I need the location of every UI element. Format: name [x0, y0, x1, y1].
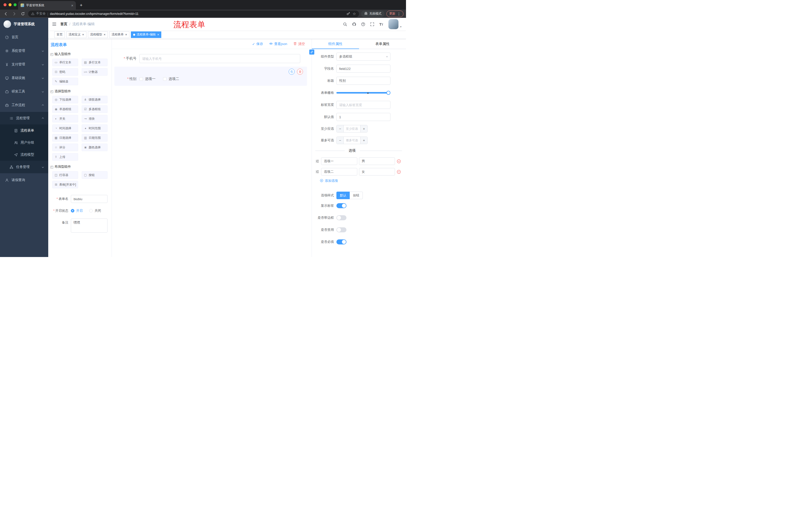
chip-select[interactable]: ◎下拉选择: [52, 96, 78, 103]
sidebar-item-leave-query[interactable]: 请假查询: [0, 173, 48, 187]
delete-field-button[interactable]: [297, 69, 303, 75]
phone-input[interactable]: [140, 54, 300, 63]
remove-option-icon[interactable]: [397, 170, 401, 174]
drag-handle-icon[interactable]: [315, 159, 319, 163]
chip-radio-group[interactable]: ◉单选框组: [52, 105, 78, 113]
breadcrumb-home[interactable]: 首页: [60, 22, 67, 26]
drawing-board[interactable]: *手机号 *性别 选项一 选项二: [112, 49, 312, 257]
border-switch[interactable]: [337, 215, 346, 220]
form-remark-textarea[interactable]: 嘿嘿: [71, 218, 108, 233]
label-width-input[interactable]: [337, 101, 390, 109]
update-button[interactable]: 更新 ⋮: [386, 10, 404, 17]
help-icon[interactable]: [359, 20, 367, 28]
fullscreen-icon[interactable]: [368, 20, 376, 28]
hamburger-icon[interactable]: [48, 18, 60, 30]
sidebar-item-system[interactable]: 系统管理: [0, 44, 48, 58]
address-bar[interactable]: 不安全 | dashboard.yudao.iocoder.cn/bpm/man…: [28, 10, 359, 17]
chip-button[interactable]: ▢按钮: [82, 171, 108, 179]
tab-component-props[interactable]: 组件属性: [312, 39, 359, 49]
chip-multi-line-text[interactable]: ▤多行文本: [82, 59, 108, 66]
drag-handle-icon[interactable]: [315, 170, 319, 174]
component-type-select[interactable]: 多选框组 ▾: [337, 53, 390, 61]
chip-color-picker[interactable]: ◙颜色选择: [82, 143, 108, 151]
grid-slider[interactable]: [337, 89, 390, 97]
chip-counter[interactable]: 123计数器: [82, 68, 108, 76]
status-radio-off[interactable]: 关闭: [89, 209, 101, 213]
sidebar-logo[interactable]: 芋道管理系统: [0, 18, 48, 30]
checkbox-box[interactable]: [140, 77, 143, 81]
chip-table[interactable]: ⊞表格[开发中]: [52, 181, 78, 188]
chip-rate[interactable]: ☆评分: [52, 143, 78, 151]
option-name-input[interactable]: [321, 168, 357, 175]
tag-close-icon[interactable]: ×: [104, 33, 106, 36]
menu-kebab-icon[interactable]: ⋮: [397, 12, 401, 16]
sidebar-item-task-management[interactable]: 任务管理: [0, 161, 48, 173]
tab-close-icon[interactable]: ×: [71, 3, 74, 7]
sidebar-item-home[interactable]: 首页: [0, 30, 48, 44]
sidebar-item-payment[interactable]: 支付管理: [0, 58, 48, 71]
option-name-input[interactable]: [321, 157, 357, 165]
chip-cascader[interactable]: ⋔级联选择: [82, 96, 108, 103]
tag-close-icon[interactable]: ×: [125, 33, 127, 36]
option-value-input[interactable]: [359, 168, 395, 175]
view-json-button[interactable]: 查看json: [269, 42, 287, 46]
required-switch[interactable]: [337, 239, 346, 244]
checkbox-box[interactable]: [163, 77, 167, 81]
slider-thumb[interactable]: [386, 91, 390, 95]
tag-process-form-edit[interactable]: 流程表单-编辑 ×: [131, 31, 162, 38]
gender-option-2[interactable]: 选项二: [163, 77, 179, 81]
font-size-icon[interactable]: TT: [377, 22, 385, 26]
default-value-input[interactable]: [337, 113, 390, 121]
field-name-input[interactable]: [337, 64, 390, 73]
window-zoom-button[interactable]: [13, 3, 17, 6]
back-button[interactable]: [2, 10, 9, 17]
window-minimize-button[interactable]: [8, 3, 11, 6]
chip-date-picker[interactable]: ▦日期选择: [52, 134, 78, 141]
chip-single-line-text[interactable]: ▭单行文本: [52, 59, 78, 66]
option-style-button[interactable]: 按钮: [350, 192, 363, 199]
remove-option-icon[interactable]: [397, 159, 401, 163]
sidebar-item-process-model[interactable]: 流程模型: [0, 148, 48, 161]
chip-upload[interactable]: ⇧上传: [52, 153, 78, 161]
chip-time-picker[interactable]: ◔时间选择: [52, 125, 78, 132]
minus-button[interactable]: −: [337, 125, 344, 132]
field-gender[interactable]: *性别 选项一 选项二: [114, 66, 307, 86]
plus-button[interactable]: +: [360, 137, 367, 144]
tag-close-icon[interactable]: ×: [157, 33, 159, 36]
tag-process-model[interactable]: 流程模型 ×: [88, 31, 108, 38]
search-icon[interactable]: [341, 20, 349, 28]
sidebar-item-process-management[interactable]: 流程管理: [0, 112, 48, 125]
forward-button[interactable]: [11, 10, 18, 17]
title-input[interactable]: [337, 77, 390, 85]
sidebar-item-workflow[interactable]: 工作流程: [0, 98, 48, 112]
disabled-switch[interactable]: [337, 227, 346, 232]
sidebar-item-infrastructure[interactable]: 基础设施: [0, 71, 48, 85]
new-tab-button[interactable]: +: [78, 2, 84, 8]
github-icon[interactable]: [350, 20, 358, 28]
copy-field-button[interactable]: [289, 69, 295, 75]
chip-switch[interactable]: ◐开关: [52, 115, 78, 123]
tag-home[interactable]: 首页: [54, 31, 65, 38]
chip-time-range[interactable]: ◕时间范围: [82, 125, 108, 132]
tag-close-icon[interactable]: ×: [82, 33, 84, 36]
clear-button[interactable]: 清空: [293, 42, 305, 46]
chip-editor[interactable]: ✎编辑器: [52, 78, 78, 85]
chip-checkbox-group[interactable]: ☑多选框组: [82, 105, 108, 113]
add-option-button[interactable]: 添加选项: [320, 179, 390, 183]
gender-option-1[interactable]: 选项一: [140, 77, 155, 81]
sidebar-item-user-group[interactable]: 用户分组: [0, 137, 48, 148]
reload-button[interactable]: [20, 10, 26, 17]
chip-slider[interactable]: ⊸滑块: [82, 115, 108, 123]
option-style-default[interactable]: 默认: [337, 192, 350, 199]
show-label-switch[interactable]: [337, 203, 346, 208]
minus-button[interactable]: −: [337, 137, 344, 144]
window-close-button[interactable]: [3, 3, 6, 6]
field-phone[interactable]: *手机号: [114, 53, 307, 64]
slider-track[interactable]: [337, 92, 390, 93]
chip-row-container[interactable]: ◫行容器: [52, 171, 78, 179]
bookmark-star-icon[interactable]: ☆: [353, 11, 356, 16]
tag-process-definition[interactable]: 流程定义 ×: [66, 31, 86, 38]
save-button[interactable]: ✓ 保存: [252, 42, 263, 46]
browser-tab[interactable]: 芋道管理系统 ×: [18, 1, 76, 9]
chip-date-range[interactable]: ▥日期范围: [82, 134, 108, 141]
